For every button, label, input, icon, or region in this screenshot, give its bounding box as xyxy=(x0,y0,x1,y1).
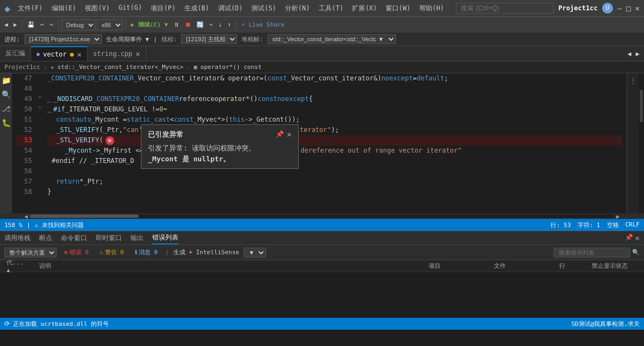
right-panel-icon1[interactable]: ⋮ xyxy=(630,76,636,86)
menu-window[interactable]: 窗口(W) xyxy=(382,3,414,14)
error-search-icon[interactable]: 🔍 xyxy=(632,249,640,256)
warning-count: 警告 0 xyxy=(105,248,124,256)
breadcrumb-method[interactable]: operator*() const xyxy=(201,64,262,71)
tab-errorlist[interactable]: 错误列表 xyxy=(152,232,178,244)
error-popup-close[interactable]: ✕ xyxy=(287,129,292,140)
config-selector[interactable]: Debug xyxy=(61,20,96,30)
col-description[interactable]: 说明 xyxy=(35,262,424,270)
close-btn[interactable]: ✕ xyxy=(635,4,640,12)
status-right: 行: 53 字符: 1 空格 CRLF xyxy=(550,221,640,229)
breadcrumb-project[interactable]: Project1cc xyxy=(4,64,40,71)
menu-tools[interactable]: 工具(T) xyxy=(315,3,347,14)
menu-build[interactable]: 生成(B) xyxy=(181,3,213,14)
toolbar-stepover[interactable]: ↷ xyxy=(207,20,215,29)
tab-scroll-left[interactable]: ◀ xyxy=(628,50,631,58)
info-count-badge[interactable]: ℹ 消息 0 xyxy=(132,248,161,257)
panel-pin-icon[interactable]: 📌 xyxy=(625,234,633,242)
panel-close-icon[interactable]: ✕ xyxy=(635,234,640,242)
search-input[interactable] xyxy=(456,3,554,14)
activity-debug[interactable]: 🐛 xyxy=(1,118,11,128)
menu-edit[interactable]: 编辑(E) xyxy=(48,3,80,14)
menu-analyze[interactable]: 分析(N) xyxy=(282,3,313,14)
cursor-row: 行: 53 xyxy=(550,221,571,229)
tab-vector-modified: ● xyxy=(70,51,73,58)
col-suppress[interactable]: 禁止显示状态 xyxy=(587,262,642,270)
error-popup-pin[interactable]: 📌 xyxy=(276,129,284,140)
code-line-53: ➤ _STL_VERIFY( ⊗ xyxy=(47,135,622,146)
menu-file[interactable]: 文件(F) xyxy=(15,3,46,14)
tab-commandwindow[interactable]: 命令窗口 xyxy=(61,232,87,244)
col-file[interactable]: 文件 xyxy=(490,262,555,270)
menu-git[interactable]: Git(G) xyxy=(115,3,145,14)
encoding-label: CRLF xyxy=(626,221,640,229)
tab-vector[interactable]: ● vector ● ✕ xyxy=(31,46,88,61)
process-selector[interactable]: [14728] Project1cc.exe xyxy=(24,34,102,44)
menu-view[interactable]: 视图(V) xyxy=(82,3,113,14)
solution-filter[interactable]: 整个解决方案 xyxy=(4,248,57,257)
arch-selector[interactable]: x86 xyxy=(97,20,123,30)
activity-git[interactable]: ⎇ xyxy=(1,104,11,114)
scrollbar-thumb[interactable] xyxy=(640,90,643,122)
tab-disasm[interactable]: 反汇编 xyxy=(0,46,31,61)
col-code[interactable]: 代... ▲ xyxy=(2,259,35,274)
continue-btn[interactable]: ▶ 继续(C) ▼ xyxy=(129,20,170,30)
toolbar-pause[interactable]: ⏸ xyxy=(171,20,182,29)
process-label: 进程: xyxy=(4,35,20,43)
error-list-panel: 调用堆栈 断点 命令窗口 即时窗口 输出 错误列表 📌 ✕ 整个解决方案 ⊗ 错… xyxy=(0,231,644,318)
tab-scroll-right[interactable]: ▶ xyxy=(636,50,640,58)
code-content[interactable]: _CONSTEXPR20_CONTAINER _Vector_const_ite… xyxy=(43,73,627,213)
project-name: Project1cc xyxy=(558,4,597,12)
toolbar-stepinto[interactable]: ↓ xyxy=(216,20,224,29)
tab-callstack[interactable]: 调用堆栈 xyxy=(4,232,30,244)
col-line[interactable]: 行 xyxy=(555,262,587,270)
menu-debug[interactable]: 调试(D) xyxy=(215,3,246,14)
scrollbar-thumb-h[interactable] xyxy=(30,215,139,218)
breadcrumb-sep1: › xyxy=(44,64,47,71)
error-list-body[interactable] xyxy=(0,272,644,318)
col-project[interactable]: 项目 xyxy=(424,262,490,270)
toolbar-save[interactable]: 💾 xyxy=(25,20,37,29)
toolbar-stepout[interactable]: ↑ xyxy=(225,20,233,29)
code-line-52: _STL_VERIFY(_Ptr, "can't dereference val… xyxy=(47,125,622,135)
tab-breakpoints[interactable]: 断点 xyxy=(39,232,52,244)
filter-selector[interactable]: ▼ xyxy=(244,248,266,257)
tab-vector-close[interactable]: ✕ xyxy=(77,50,82,59)
toolbar-back[interactable]: ◀ xyxy=(2,20,10,29)
tab-output[interactable]: 输出 xyxy=(131,232,144,244)
stack-selector[interactable]: std::_Vector_const_iterator<std::_Vectc … xyxy=(268,34,396,44)
toolbar-undo[interactable]: ↩ xyxy=(38,20,46,29)
error-search-input[interactable] xyxy=(554,248,630,257)
tab-string[interactable]: string.cpp ✕ xyxy=(88,46,146,61)
filter-label[interactable]: 生成 + IntelliSense xyxy=(174,248,239,256)
loading-text: 正在加载 ucrtbased.dll 的符号 xyxy=(13,320,109,328)
header-icon1: ★ xyxy=(51,64,54,71)
tab-immediatewindow[interactable]: 即时窗口 xyxy=(96,232,122,244)
warning-count-badge[interactable]: ⚠ 警告 0 xyxy=(96,248,127,257)
toolbar-forward[interactable]: ▶ xyxy=(11,20,20,29)
maximize-btn[interactable]: □ xyxy=(626,4,630,12)
menu-project[interactable]: 项目(P) xyxy=(147,3,179,14)
activity-explorer[interactable]: 📁 xyxy=(1,76,11,85)
toolbar-liveshare[interactable]: ⚡ Live Share xyxy=(239,20,287,29)
toolbar-stop[interactable]: ⏹ xyxy=(183,20,193,29)
toolbar-restart[interactable]: 🔄 xyxy=(194,20,206,29)
activity-search[interactable]: 🔍 xyxy=(1,90,11,99)
toolbar-redo[interactable]: ↪ xyxy=(47,20,55,29)
breadcrumb-class[interactable]: std::_Vector_const_iterator<_Myvec> xyxy=(57,64,183,71)
menu-extensions[interactable]: 扩展(X) xyxy=(349,3,380,14)
scroll-right-btn[interactable]: ▶ xyxy=(616,213,620,219)
minimize-btn[interactable]: — xyxy=(617,4,622,12)
menu-bar: 文件(F) 编辑(E) 视图(V) Git(G) 项目(P) 生成(B) 调试(… xyxy=(15,3,448,14)
no-issues: ⚠ 未找到相关问题 xyxy=(35,221,84,229)
tab-string-close[interactable]: ✕ xyxy=(135,49,140,58)
menu-help[interactable]: 帮助(H) xyxy=(416,3,448,14)
error-count-badge[interactable]: ⊗ 错误 0 xyxy=(61,248,92,257)
scrollbar-vertical[interactable] xyxy=(639,73,644,213)
error-list-toolbar: 整个解决方案 ⊗ 错误 0 ⚠ 警告 0 ℹ 消息 0 | 生成 + Intel… xyxy=(0,245,644,260)
scrollbar-track-h[interactable] xyxy=(30,215,614,218)
scroll-left-btn[interactable]: ◀ xyxy=(24,213,28,219)
lifecycle-btn[interactable]: 生命周期事件 ▼ xyxy=(106,35,149,43)
thread-selector[interactable]: [12192] 主线程 xyxy=(181,34,237,44)
menu-test[interactable]: 测试(S) xyxy=(248,3,280,14)
code-line-54: _Mycont->_Myfirst <= _Ptr && _Ptr < _Myc… xyxy=(47,146,622,156)
